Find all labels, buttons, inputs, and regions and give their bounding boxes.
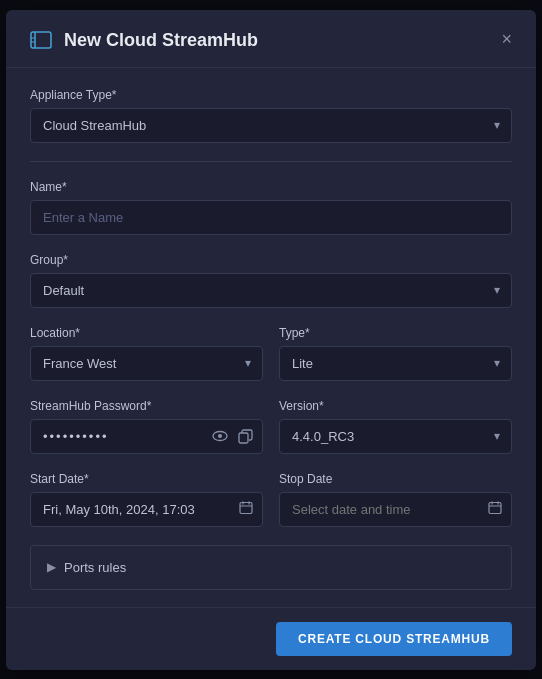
modal-overlay: New Cloud StreamHub × Appliance Type* Cl…: [0, 0, 542, 679]
svg-rect-6: [239, 433, 248, 443]
appliance-type-select-wrapper: Cloud StreamHub ▾: [30, 108, 512, 143]
type-col: Type* Lite ▾: [279, 326, 512, 399]
stop-date-wrapper: [279, 492, 512, 527]
password-wrapper: [30, 419, 263, 454]
show-password-button[interactable]: [210, 426, 230, 446]
dates-row: Start Date*: [30, 472, 512, 545]
modal: New Cloud StreamHub × Appliance Type* Cl…: [6, 10, 536, 670]
start-date-wrapper: [30, 492, 263, 527]
svg-point-5: [218, 434, 222, 438]
type-label: Type*: [279, 326, 512, 340]
copy-password-button[interactable]: [236, 426, 255, 446]
name-input[interactable]: [30, 200, 512, 235]
start-date-group: Start Date*: [30, 472, 263, 527]
divider-1: [30, 161, 512, 162]
appliance-type-select[interactable]: Cloud StreamHub: [30, 108, 512, 143]
start-date-input[interactable]: [30, 492, 263, 527]
location-select[interactable]: France West: [30, 346, 263, 381]
location-group: Location* France West ▾: [30, 326, 263, 381]
close-button[interactable]: ×: [495, 28, 518, 50]
version-col: Version* 4.4.0_RC3 ▾: [279, 399, 512, 472]
location-label: Location*: [30, 326, 263, 340]
start-date-col: Start Date*: [30, 472, 263, 545]
stop-date-input[interactable]: [279, 492, 512, 527]
name-group: Name*: [30, 180, 512, 235]
eye-icon: [212, 428, 228, 444]
stop-date-group: Stop Date: [279, 472, 512, 527]
version-select-wrapper: 4.4.0_RC3 ▾: [279, 419, 512, 454]
group-select[interactable]: Default: [30, 273, 512, 308]
version-select[interactable]: 4.4.0_RC3: [279, 419, 512, 454]
location-select-wrapper: France West ▾: [30, 346, 263, 381]
password-group: StreamHub Password*: [30, 399, 263, 454]
version-label: Version*: [279, 399, 512, 413]
ports-rules-label: Ports rules: [64, 560, 126, 575]
svg-rect-0: [31, 32, 51, 48]
streamhub-icon: [30, 31, 52, 49]
modal-footer: CREATE CLOUD STREAMHUB: [6, 607, 536, 670]
location-col: Location* France West ▾: [30, 326, 263, 399]
password-label: StreamHub Password*: [30, 399, 263, 413]
modal-header: New Cloud StreamHub ×: [6, 10, 536, 68]
appliance-type-label: Appliance Type*: [30, 88, 512, 102]
group-select-wrapper: Default ▾: [30, 273, 512, 308]
create-button[interactable]: CREATE CLOUD STREAMHUB: [276, 622, 512, 656]
group-group: Group* Default ▾: [30, 253, 512, 308]
modal-title: New Cloud StreamHub: [64, 30, 258, 51]
stop-date-label: Stop Date: [279, 472, 512, 486]
start-date-label: Start Date*: [30, 472, 263, 486]
type-group: Type* Lite ▾: [279, 326, 512, 381]
name-label: Name*: [30, 180, 512, 194]
appliance-type-group: Appliance Type* Cloud StreamHub ▾: [30, 88, 512, 143]
password-col: StreamHub Password*: [30, 399, 263, 472]
password-version-row: StreamHub Password*: [30, 399, 512, 472]
ports-rules-section[interactable]: ▶ Ports rules: [30, 545, 512, 590]
type-select-wrapper: Lite ▾: [279, 346, 512, 381]
type-select[interactable]: Lite: [279, 346, 512, 381]
password-icons: [210, 426, 255, 446]
version-group: Version* 4.4.0_RC3 ▾: [279, 399, 512, 454]
stop-date-col: Stop Date: [279, 472, 512, 545]
group-label: Group*: [30, 253, 512, 267]
copy-icon: [238, 429, 253, 444]
modal-body: Appliance Type* Cloud StreamHub ▾ Name* …: [6, 68, 536, 607]
ports-chevron-icon: ▶: [47, 560, 56, 574]
location-type-row: Location* France West ▾ Type* Lite ▾: [30, 326, 512, 399]
